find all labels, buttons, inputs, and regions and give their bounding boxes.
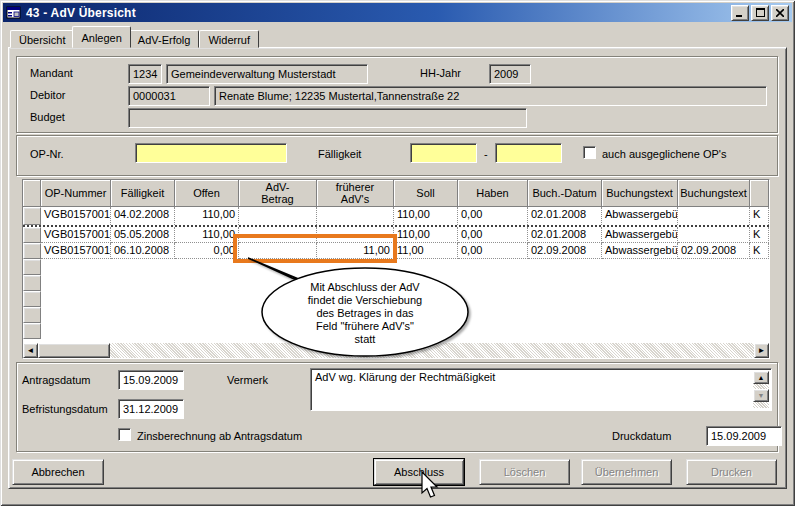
tab-widerruf[interactable]: Widerruf [199, 30, 259, 48]
cell-buchungstext-2 [678, 227, 750, 243]
cell-op-nummer: VGB0157001- [41, 227, 111, 243]
abbrechen-button[interactable]: Abbrechen [12, 459, 104, 485]
vermerk-label: Vermerk [227, 374, 268, 386]
col-header-buch-datum: Buch.-Datum [528, 180, 602, 207]
minimize-button[interactable] [731, 5, 749, 21]
include-settled-checkbox[interactable] [583, 146, 596, 159]
row-selector[interactable] [23, 243, 41, 259]
grid-header-row: OP-Nummer Fälligkeit Offen AdV- Betrag f… [23, 180, 769, 207]
cell-extra: K [750, 207, 769, 225]
cell-buchungstext-2: 02.09.2008 [678, 243, 750, 259]
col-header-adv-betrag: AdV- Betrag [239, 180, 317, 207]
budget-label: Budget [30, 111, 65, 123]
minimize-icon [736, 9, 744, 17]
col-header-extra [750, 180, 769, 207]
maximize-button[interactable] [751, 5, 769, 21]
row-selector-empty [23, 307, 41, 323]
loeschen-button[interactable]: Löschen [479, 459, 570, 485]
vermerk-textarea[interactable]: AdV wg. Klärung der Rechtmäßigkeit ▲ ▼ [310, 368, 772, 411]
tab-uebersicht[interactable]: Übersicht [10, 30, 74, 48]
col-header-soll: Soll [394, 180, 458, 207]
tabstrip: Übersicht Anlegen AdV-Erfolg Widerruf [10, 26, 259, 48]
cell-buch-datum: 02.09.2008 [528, 243, 602, 259]
antragsdatum-label: Antragsdatum [22, 374, 90, 386]
vermerk-scrollbar[interactable]: ▲ ▼ [753, 371, 769, 408]
dialog-window: 43 - AdV Übersicht Übersicht Anlegen AdV… [0, 0, 795, 506]
befristungsdatum-input[interactable] [118, 399, 184, 419]
row-selector-empty [23, 275, 41, 291]
row-selector-empty [23, 291, 41, 307]
titlebar[interactable]: 43 - AdV Übersicht [3, 3, 792, 22]
maximize-icon [756, 8, 765, 17]
cell-offen: 110,00 [175, 207, 239, 225]
cell-offen: 110,00 [175, 227, 239, 243]
cell-buchungstext-1: Abwassergebü [602, 227, 678, 243]
drucken-button[interactable]: Drucken [686, 459, 777, 485]
grid-corner-cell [23, 180, 41, 207]
tab-anlegen[interactable]: Anlegen [72, 26, 130, 48]
cell-buchungstext-1: Abwassergebü [602, 207, 678, 225]
mandant-code-field: 1234 [128, 64, 162, 84]
cell-buch-datum: 02.01.2008 [528, 227, 602, 243]
cell-faelligkeit: 05.05.2008 [111, 227, 175, 243]
close-icon [776, 9, 784, 17]
include-settled-label: auch ausgeglichene OP's [602, 148, 726, 160]
budget-field [128, 108, 527, 128]
scroll-down-icon: ▼ [758, 392, 765, 399]
druckdatum-label: Druckdatum [612, 430, 671, 442]
uebernehmen-button[interactable]: Übernehmen [581, 459, 672, 485]
col-header-op-nummer: OP-Nummer [41, 180, 111, 207]
debitor-name-field: Renate Blume; 12235 Mustertal,Tannenstra… [214, 86, 767, 106]
abschluss-button[interactable]: Abschluss [374, 459, 464, 485]
scroll-right-button[interactable]: ► [754, 343, 769, 358]
op-nr-input[interactable] [135, 143, 287, 163]
window-title: 43 - AdV Übersicht [26, 6, 729, 20]
scroll-down-button[interactable]: ▼ [753, 389, 769, 402]
mouse-cursor-icon [420, 471, 442, 501]
cell-buch-datum: 02.01.2008 [528, 207, 602, 225]
table-row[interactable]: VGB0157001- 04.02.2008 110,00 110,00 0,0… [23, 207, 769, 227]
close-button[interactable] [771, 5, 789, 21]
row-selector[interactable] [23, 227, 41, 243]
window-icon [6, 6, 22, 20]
cell-extra: K [750, 243, 769, 259]
row-selector-empty [23, 259, 41, 275]
cell-buchungstext-2 [678, 207, 750, 225]
cell-faelligkeit: 04.02.2008 [111, 207, 175, 225]
col-header-buchungstext-2: Buchungstext [678, 180, 750, 207]
mandant-label: Mandant [30, 67, 73, 79]
empty-row-selectors [23, 259, 41, 339]
cell-soll: 110,00 [394, 227, 458, 243]
scroll-left-button[interactable]: ◄ [23, 343, 38, 358]
debitor-label: Debitor [30, 89, 65, 101]
tab-adv-erfolg[interactable]: AdV-Erfolg [129, 30, 200, 48]
befristungsdatum-label: Befristungsdatum [22, 403, 108, 415]
op-nr-label: OP-Nr. [30, 148, 64, 160]
faelligkeit-to-input[interactable] [495, 143, 562, 163]
col-header-fruehere-advs: früherer AdV's [317, 180, 394, 207]
col-header-buchungstext-1: Buchungstext [602, 180, 678, 207]
zins-checkbox[interactable] [118, 428, 131, 441]
hh-jahr-field: 2009 [489, 64, 531, 84]
cell-haben: 0,00 [458, 207, 528, 225]
col-header-haben: Haben [458, 180, 528, 207]
cell-op-nummer: VGB0157001- [41, 207, 111, 225]
cell-buchungstext-1: Abwassergebü [602, 243, 678, 259]
cell-adv-betrag [239, 207, 317, 225]
antragsdatum-input[interactable] [118, 370, 184, 390]
debitor-code-field: 0000031 [128, 86, 210, 106]
cell-faelligkeit: 06.10.2008 [111, 243, 175, 259]
scroll-up-icon: ▲ [758, 374, 765, 381]
druckdatum-input[interactable] [706, 426, 782, 446]
cell-fruehere-advs [317, 207, 394, 225]
scroll-left-icon: ◄ [27, 347, 35, 355]
row-selector-empty [23, 323, 41, 339]
scroll-up-button[interactable]: ▲ [753, 371, 769, 384]
scrollbar-thumb[interactable] [38, 343, 110, 358]
vermerk-text: AdV wg. Klärung der Rechtmäßigkeit [315, 371, 495, 383]
faelligkeit-from-input[interactable] [410, 143, 477, 163]
col-header-offen: Offen [175, 180, 239, 207]
row-selector[interactable] [23, 207, 41, 225]
faelligkeit-separator: - [484, 148, 488, 160]
zins-label: Zinsberechnung ab Antragsdatum [137, 430, 302, 442]
